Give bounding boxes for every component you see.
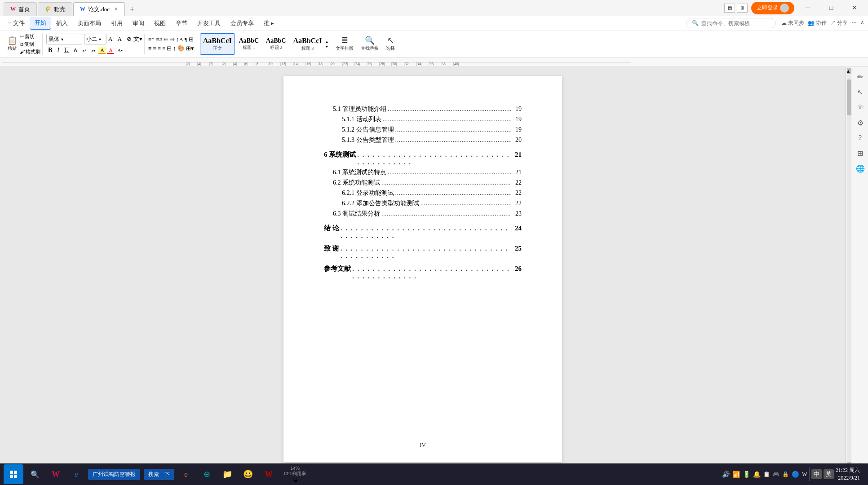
document-page[interactable]: 5.1 管理员功能介绍 ............................… xyxy=(283,76,562,462)
taskbar-app-btn[interactable]: 😀 xyxy=(239,465,257,483)
paste-button[interactable]: 📋 粘贴 xyxy=(5,33,19,55)
font-size-dropdown[interactable]: ▾ xyxy=(99,37,101,42)
tray-icon-2[interactable]: 📶 xyxy=(732,471,740,478)
sync-status[interactable]: ☁ 未同步 xyxy=(781,19,804,27)
view-grid-btn[interactable]: ⊞ xyxy=(737,4,748,13)
font-decrease-btn[interactable]: A⁻ xyxy=(117,35,124,43)
tray-icon-1[interactable]: 🔊 xyxy=(722,471,730,478)
italic-btn[interactable]: I xyxy=(55,46,61,54)
clear-format-btn[interactable]: ⊘ xyxy=(127,35,132,43)
alert-app-btn[interactable]: 广州试鸣防空警报 xyxy=(88,469,140,480)
document-scroll[interactable]: 5.1 管理员功能介绍 ............................… xyxy=(0,67,846,469)
bold-btn[interactable]: B xyxy=(46,46,54,54)
underline-btn[interactable]: U xyxy=(62,46,71,54)
taskbar-ie2-btn[interactable]: e xyxy=(177,465,195,483)
tab-file[interactable]: ≡ 文件 xyxy=(4,18,29,29)
collapse-btn[interactable]: ∧ xyxy=(860,19,864,27)
font-name-dropdown[interactable]: ▾ xyxy=(61,37,63,42)
indent-btn[interactable]: ⇒ xyxy=(170,36,175,43)
minimize-button[interactable]: ─ xyxy=(798,1,818,15)
input-method-cn[interactable]: 中 xyxy=(811,469,822,479)
search-input[interactable] xyxy=(701,20,764,26)
para-more-btn[interactable]: ⊞ xyxy=(189,36,194,43)
tab-review[interactable]: 审阅 xyxy=(128,18,149,29)
tab-view[interactable]: 视图 xyxy=(150,18,170,29)
sidebar-edit-icon[interactable]: ✏ xyxy=(854,71,867,83)
font-color-btn[interactable]: A xyxy=(107,47,114,54)
show-marks-btn[interactable]: ¶ xyxy=(185,36,187,43)
outdent-btn[interactable]: ⇐ xyxy=(164,36,168,43)
num-list-btn[interactable]: ≡# xyxy=(156,36,162,43)
font-size-selector[interactable]: 小二 ▾ xyxy=(84,34,106,44)
tray-icon-4[interactable]: 🔔 xyxy=(753,471,761,478)
sidebar-scan-icon[interactable]: ⊞ xyxy=(854,147,867,159)
style-h3[interactable]: AaBbCcI 标题 3 xyxy=(290,33,325,55)
tray-icon-8[interactable]: 🔵 xyxy=(792,471,799,478)
tray-icon-6[interactable]: 🎮 xyxy=(773,471,779,478)
tray-icon-9[interactable]: W xyxy=(802,471,807,478)
col-layout-btn[interactable]: ⊟ xyxy=(167,45,172,52)
more-btn[interactable]: ⋯ xyxy=(851,19,857,27)
tray-icon-3[interactable]: 🔋 xyxy=(743,471,750,478)
style-h2[interactable]: AaBbC 标题 2 xyxy=(263,33,289,55)
text-layout-button[interactable]: ≣ 文字排版 xyxy=(334,33,355,55)
tab-doc[interactable]: W 论文.doc ✕ xyxy=(73,2,125,16)
tab-close-icon[interactable]: ✕ xyxy=(114,6,118,12)
taskbar-wps2-btn[interactable]: W xyxy=(260,465,278,483)
strikethrough-btn[interactable]: A̶ xyxy=(72,47,79,54)
cut-label[interactable]: 剪切 xyxy=(25,33,35,40)
sort-btn[interactable]: ↕A xyxy=(176,36,183,43)
tab-devtools[interactable]: 开发工具 xyxy=(193,18,225,29)
sidebar-adjust-icon[interactable]: ⚙ xyxy=(854,116,867,129)
tab-chapter[interactable]: 章节 xyxy=(171,18,192,29)
font-increase-btn[interactable]: A⁺ xyxy=(108,35,115,43)
subscript-btn[interactable]: x₂ xyxy=(89,47,97,54)
highlight-btn[interactable]: A xyxy=(98,47,106,54)
scroll-thumb[interactable] xyxy=(847,79,851,115)
tab-insert[interactable]: 插入 xyxy=(52,18,72,29)
select-button[interactable]: ↖ 选择 xyxy=(384,33,397,55)
scroll-up-btn[interactable]: ▴ xyxy=(847,68,851,74)
align-center-btn[interactable]: ≡ xyxy=(153,45,156,52)
list-btn[interactable]: ≡⁻ xyxy=(148,36,155,43)
copy-label[interactable]: 复制 xyxy=(24,41,34,48)
taskbar-files-btn[interactable]: 📁 xyxy=(218,465,236,483)
font-name-selector[interactable]: 黑体 ▾ xyxy=(46,34,82,44)
tab-layout[interactable]: 页面布局 xyxy=(73,18,106,29)
sidebar-cursor-icon[interactable]: ↖ xyxy=(854,86,867,98)
login-button[interactable]: 立即登录 xyxy=(751,2,794,14)
tab-daoke[interactable]: 🌾 稻壳 xyxy=(38,2,72,16)
border-btn[interactable]: ⊞▾ xyxy=(186,45,194,52)
superscript-btn[interactable]: x² xyxy=(80,47,88,53)
sidebar-eye-icon[interactable]: 👁 xyxy=(854,101,867,114)
line-spacing-btn[interactable]: ↕ xyxy=(173,45,176,52)
close-button[interactable]: ✕ xyxy=(845,1,864,15)
tab-home-ribbon[interactable]: 开始 xyxy=(30,17,51,30)
shading-btn[interactable]: 🎨 xyxy=(177,45,185,52)
sidebar-help-icon[interactable]: ? xyxy=(854,132,867,144)
add-tab-button[interactable]: + xyxy=(126,3,138,16)
maximize-button[interactable]: □ xyxy=(821,1,841,15)
format-paint-label[interactable]: 格式刷 xyxy=(26,48,40,55)
align-left-btn[interactable]: ≡ xyxy=(148,45,151,52)
clock[interactable]: 21:22 周六 2022/9/21 xyxy=(836,467,860,482)
taskbar-ie-btn[interactable]: e xyxy=(67,465,85,483)
tray-icon-7[interactable]: 🔒 xyxy=(782,471,789,478)
tray-icon-5[interactable]: 📋 xyxy=(763,471,770,478)
find-replace-button[interactable]: 🔍 查找替换 xyxy=(359,33,381,55)
taskbar-edge-btn[interactable]: ⊕ xyxy=(198,465,216,483)
tab-more[interactable]: 推 ▸ xyxy=(259,18,279,29)
style-h1[interactable]: AaBbC 标题 1 xyxy=(236,33,262,55)
sidebar-globe-icon[interactable]: 🌐 xyxy=(854,162,867,175)
style-normal[interactable]: AaBbCcI 正文 xyxy=(200,33,235,55)
view-normal-btn[interactable]: ▤ xyxy=(724,4,735,13)
vertical-scrollbar[interactable]: ▴ ▾ xyxy=(846,67,852,469)
styles-more-btn[interactable]: ▴ ▾ xyxy=(326,39,328,49)
collab-btn[interactable]: 👥 协作 xyxy=(808,19,827,27)
taskbar-wps-btn[interactable]: W xyxy=(47,465,65,483)
share-btn[interactable]: ↗ 分享 xyxy=(830,19,848,27)
tab-vip[interactable]: 会员专享 xyxy=(226,18,258,29)
align-right-btn[interactable]: ≡ xyxy=(158,45,161,52)
tab-reference[interactable]: 引用 xyxy=(106,18,127,29)
align-justify-btn[interactable]: ≡ xyxy=(162,45,165,52)
